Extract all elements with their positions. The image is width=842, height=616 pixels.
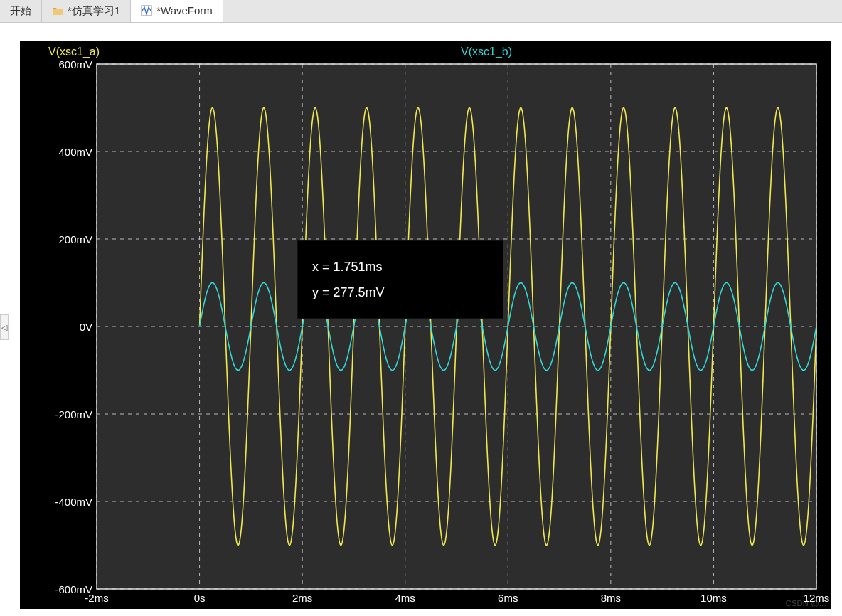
watermark-text: CSDN @... xyxy=(786,599,826,607)
cursor-x-value: x = 1.751ms xyxy=(312,254,489,280)
tab-bar: 开始 *仿真学习1 *WaveForm xyxy=(0,0,842,23)
tab-start[interactable]: 开始 xyxy=(0,0,42,22)
cursor-tooltip: x = 1.751ms y = 277.5mV xyxy=(297,240,503,319)
cursor-y-value: y = 277.5mV xyxy=(312,280,489,305)
x-tick-label: 4ms xyxy=(395,592,415,604)
x-tick-label: -2ms xyxy=(85,592,108,604)
x-tick-label: 10ms xyxy=(700,592,727,604)
folder-icon xyxy=(52,6,63,17)
x-tick-label: 0s xyxy=(194,592,206,604)
trace-b-label[interactable]: V(xsc1_b) xyxy=(461,46,512,58)
x-tick-label: 8ms xyxy=(601,592,621,604)
y-tick-label: -400mV xyxy=(36,496,92,508)
tab-simulation-label: *仿真学习1 xyxy=(68,4,120,18)
x-tick-label: 2ms xyxy=(292,592,312,604)
y-tick-label: 600mV xyxy=(36,58,92,70)
waveform-icon xyxy=(141,5,152,16)
x-tick-label: 6ms xyxy=(498,592,518,604)
tab-waveform-label: *WaveForm xyxy=(156,4,213,16)
trace-a-label[interactable]: V(xsc1_a) xyxy=(48,46,100,58)
waveform-viewer: ◁ V(xsc1_a) V(xsc1_b) 600mV400mV200mV0V-… xyxy=(0,23,842,616)
tab-waveform[interactable]: *WaveForm xyxy=(131,0,223,22)
tab-start-label: 开始 xyxy=(10,4,31,18)
y-tick-label: -200mV xyxy=(36,408,92,420)
y-tick-label: -600mV xyxy=(36,583,92,595)
tab-simulation[interactable]: *仿真学习1 xyxy=(42,0,131,22)
y-tick-label: 0V xyxy=(36,321,92,333)
y-tick-label: 400mV xyxy=(36,146,92,158)
chart-svg xyxy=(20,41,831,609)
y-tick-label: 200mV xyxy=(36,233,92,245)
side-expander-handle[interactable]: ◁ xyxy=(0,314,9,340)
waveform-plot[interactable]: V(xsc1_a) V(xsc1_b) 600mV400mV200mV0V-20… xyxy=(20,41,831,609)
